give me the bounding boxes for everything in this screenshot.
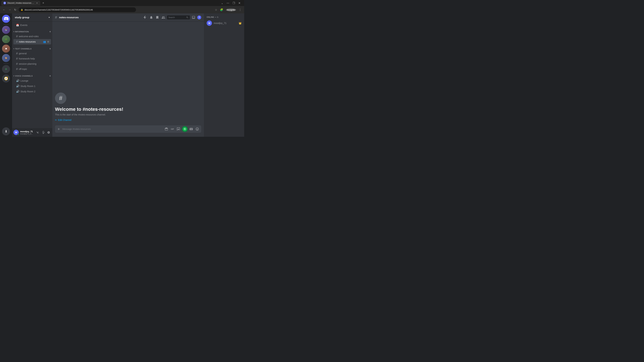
channel-notes-resources[interactable]: # notes-resources 👥 ⚙ [14,39,51,44]
channel-header-name: notes-resources [59,16,79,19]
profile-button[interactable]: Incognito [225,8,237,11]
channel-off-topic[interactable]: # off-topic [14,66,51,71]
member-item[interactable]: M moodjoy_71 👑 [205,19,243,27]
close-button[interactable]: ✕ [237,1,242,5]
channel-hash-icon: # [16,52,18,55]
message-input-field[interactable] [62,126,164,132]
category-voice-channels[interactable]: ▾ VOICE CHANNELS + [12,72,52,78]
tab-list-button[interactable]: ⌄ [220,1,224,5]
settings-icon[interactable]: ⚙ [47,40,50,43]
notifications-button[interactable] [149,15,154,20]
search-placeholder: Search [168,16,185,18]
browser-tab[interactable]: D Discord | #notes-resources | stu... ✕ [1,0,40,5]
category-label: INFORMATION [15,31,29,33]
category-information[interactable]: ▾ INFORMATION + [12,27,52,34]
discord-home-button[interactable] [2,15,10,23]
add-server-button[interactable]: + [2,65,10,73]
minimize-button[interactable]: — [226,1,230,5]
channel-study-room-2[interactable]: 🔊 Study Room 2 [14,89,51,94]
channel-hash-icon: # [16,40,18,43]
inbox-button[interactable] [191,15,196,20]
more-button[interactable]: ⋮ [238,8,242,12]
user-controls [36,130,51,135]
channel-action-icons: 👥 ⚙ [42,40,50,43]
channel-hash-icon: # [16,35,18,38]
server-list: 📚 🌿 🏔 🎨 + 🧭 ⬇ [0,13,12,137]
lock-icon: 🔒 [21,8,23,11]
discover-button[interactable]: 🧭 [2,74,10,82]
welcome-icon: # [55,92,66,104]
category-add-text-button[interactable]: + [49,47,51,50]
keyboard-button[interactable] [188,126,194,132]
window-controls: ⌄ — ❐ ✕ [220,1,243,5]
channel-name: notes-resources [19,40,36,43]
category-add-voice-button[interactable]: + [49,74,51,77]
category-caret-icon: ▾ [14,48,14,50]
channel-session-planning[interactable]: # session-planning [14,61,51,66]
forward-button[interactable]: → [8,7,12,12]
gift-button[interactable] [164,126,169,132]
channel-welcome-and-rules[interactable]: # welcome-and-rules [14,34,51,39]
channel-study-room-1[interactable]: 🔊 Study Room 1 [14,83,51,89]
pin-button[interactable] [143,15,148,20]
server-header[interactable]: study group ▾ [12,13,52,21]
edit-channel-link[interactable]: ✏ Edit Channel [55,119,201,121]
avatar-initial: M [15,131,17,134]
server-icon-1[interactable]: 📚 [2,26,10,34]
download-button[interactable]: ⬇ [2,127,10,135]
grammarly-widget[interactable]: G [182,126,188,132]
server-name: study group [15,16,29,19]
restore-button[interactable]: ❐ [232,1,236,5]
channel-header: # notes-resources [52,13,204,21]
channel-homework-help[interactable]: # homework-help [14,56,51,61]
channel-general[interactable]: # general [14,51,51,56]
star-button[interactable]: ☆ [214,8,218,12]
speaker-icon: 🔊 [16,90,20,93]
emoji-button[interactable] [194,126,200,132]
settings-button[interactable] [46,130,51,135]
channel-lounge[interactable]: 🔊 Lounge [14,78,51,83]
category-text-channels[interactable]: ▾ TEXT CHANNELS + [12,44,52,51]
chat-area: # Welcome to #notes-resources! This is t… [52,21,204,137]
channel-header-hash-icon: # [55,15,57,19]
refresh-button[interactable]: ↻ [14,7,17,12]
channel-name: Study Room 1 [20,85,36,87]
search-icon [186,16,188,18]
member-avatar: M [206,20,212,26]
sticker-button[interactable] [176,126,181,132]
user-avatar: M [14,130,19,135]
user-info: moodjoy_71 moodjoy71_0... [20,130,34,135]
edit-channel-label: Edit Channel [58,119,72,121]
server-icon-3[interactable]: 🏔 [2,44,10,53]
edit-icon: ✏ [55,119,57,121]
add-attachment-button[interactable]: + [55,125,62,133]
url-bar[interactable]: 🔒 discord.com/channels/11827053640729355… [18,7,136,12]
category-add-button[interactable]: + [49,30,51,33]
main-content: # notes-resources [52,13,204,137]
back-button[interactable]: ← [2,7,6,12]
help-button[interactable]: ? [197,15,201,19]
server-chevron-icon: ▾ [49,16,50,18]
channel-sidebar: study group ▾ 📅 Events ▾ INFORMATION + #… [12,13,52,137]
deafen-button[interactable] [41,130,46,135]
events-icon: 📅 [16,24,19,26]
server-icon-2[interactable]: 🌿 [2,35,10,43]
welcome-title: Welcome to #notes-resources! [55,107,201,112]
server-icon-4[interactable]: 🎨 [2,54,10,62]
events-item[interactable]: 📅 Events [14,23,51,27]
invite-icon[interactable]: 👥 [42,40,46,43]
bookmark-button[interactable] [155,15,160,20]
extensions-button[interactable]: 🧩 [219,8,224,12]
status-dot [17,134,19,135]
welcome-description: This is the start of the #notes-resource… [55,113,201,116]
new-tab-button[interactable]: + [41,1,46,5]
channel-name: Lounge [20,79,28,82]
gif-button[interactable]: GIF [170,126,175,132]
tab-close-button[interactable]: ✕ [36,2,38,4]
channel-hash-icon: # [16,62,18,65]
address-actions: ☆ 🧩 Incognito ⋮ [214,8,242,12]
search-box[interactable]: Search [167,15,190,19]
members-button[interactable] [161,15,166,20]
channel-name: welcome-and-rules [19,35,38,38]
mute-button[interactable] [36,130,40,135]
